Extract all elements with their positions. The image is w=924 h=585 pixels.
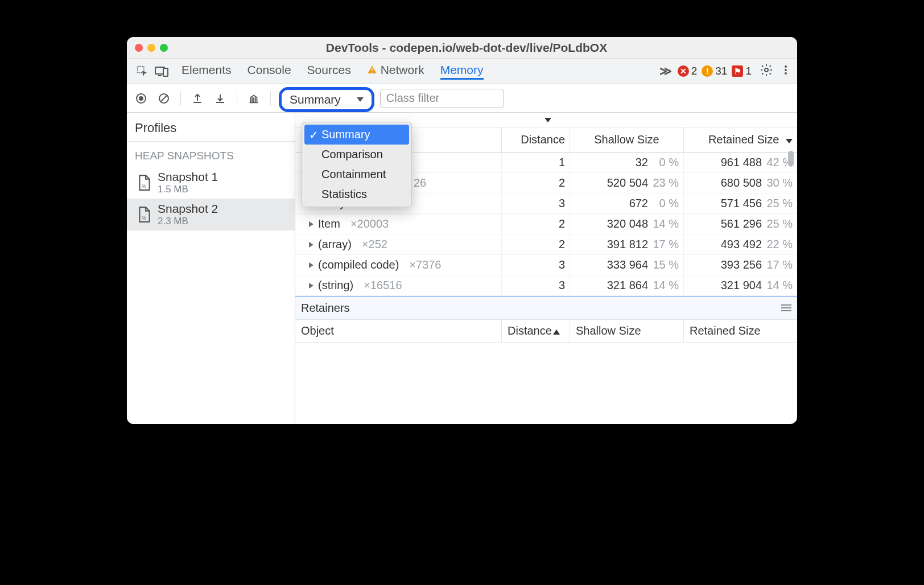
class-filter-input[interactable] (380, 89, 504, 108)
issue-count: 1 (745, 65, 752, 77)
gc-button[interactable] (245, 90, 262, 107)
divider (180, 91, 181, 106)
svg-point-8 (785, 72, 787, 75)
issue-badges[interactable]: ✕2 !31 ⚑1 (678, 65, 752, 77)
svg-rect-3 (372, 68, 373, 71)
retained-value: 571 456 (688, 197, 762, 210)
shallow-value: 672 (575, 197, 648, 210)
tab-label: Sources (307, 63, 351, 77)
ret-col-object[interactable]: Object (295, 320, 501, 342)
multiplicity: ×20003 (350, 217, 389, 230)
retained-pct: 17 % (766, 258, 793, 271)
retainers-header: Retainers (295, 296, 797, 319)
grid-row[interactable]: (string)×16516 3 321 86414 % 321 90414 % (295, 275, 797, 296)
dropdown-item-statistics[interactable]: Statistics (304, 184, 409, 204)
shallow-pct: 14 % (653, 279, 679, 292)
close-window-button[interactable] (135, 44, 143, 52)
distance-cell: 1 (501, 153, 570, 172)
expand-icon[interactable] (309, 221, 314, 227)
svg-line-12 (160, 95, 167, 102)
ret-col-distance[interactable]: Distance (501, 320, 570, 342)
retainers-columns: Object Distance Shallow Size Retained Si… (295, 319, 797, 343)
retained-value: 393 256 (688, 258, 762, 271)
grid-row[interactable]: (array)×252 2 391 81217 % 493 49222 % (295, 234, 797, 255)
ret-col-shallow[interactable]: Shallow Size (570, 320, 683, 342)
retained-pct: 22 % (766, 238, 793, 251)
expand-icon[interactable] (309, 283, 314, 289)
import-button[interactable] (212, 90, 229, 107)
shallow-pct: 0 % (653, 156, 679, 169)
error-count: 2 (691, 65, 698, 77)
snapshot-item[interactable]: % Snapshot 11.5 MB (127, 167, 295, 199)
heap-snapshots-header: HEAP SNAPSHOTS (127, 142, 295, 167)
grid-row[interactable]: (compiled code)×7376 3 333 96415 % 393 2… (295, 255, 797, 275)
distance-cell: 3 (501, 255, 570, 275)
kebab-menu-icon[interactable] (780, 64, 791, 79)
multiplicity: ×7376 (409, 258, 441, 271)
divider (270, 91, 271, 106)
distance-cell: 3 (501, 193, 570, 213)
device-toolbar-icon[interactable] (152, 61, 171, 81)
tab-elements[interactable]: Elements (182, 63, 232, 79)
settings-icon[interactable] (760, 63, 773, 80)
constructor-name: (compiled code) (318, 258, 399, 271)
snapshot-icon: % (137, 206, 152, 223)
dropdown-item-comparison[interactable]: Comparison (304, 145, 409, 164)
col-distance[interactable]: Distance (501, 127, 570, 152)
retainers-menu-icon[interactable] (781, 302, 791, 315)
retained-pct: 30 % (766, 176, 793, 189)
profiles-sidebar: Profiles HEAP SNAPSHOTS % Snapshot 11.5 … (127, 113, 295, 424)
clear-button[interactable] (155, 90, 172, 107)
constructor-name: (array) (318, 238, 352, 251)
view-mode-select[interactable]: Summary (279, 87, 374, 112)
dropdown-item-summary[interactable]: Summary (304, 125, 409, 145)
devtools-window: DevTools - codepen.io/web-dot-dev/live/P… (127, 37, 797, 424)
svg-text:%: % (142, 183, 147, 189)
tab-sources[interactable]: Sources (307, 63, 351, 79)
shallow-value: 520 504 (575, 176, 648, 189)
svg-point-10 (139, 96, 143, 101)
inspect-element-icon[interactable] (133, 61, 152, 81)
distance-cell: 2 (501, 214, 570, 234)
distance-cell: 2 (501, 234, 570, 254)
svg-point-7 (785, 69, 787, 71)
shallow-value: 391 812 (575, 238, 648, 251)
dropdown-item-containment[interactable]: Containment (304, 164, 409, 184)
shallow-value: 321 864 (575, 279, 648, 292)
expand-icon[interactable] (309, 242, 314, 248)
tab-label: Console (248, 63, 291, 77)
warning-icon: ! (702, 65, 713, 77)
record-button[interactable] (133, 90, 150, 107)
shallow-pct: 0 % (653, 197, 679, 210)
multiplicity: ×16516 (364, 279, 402, 292)
constructor-name: (string) (318, 279, 353, 292)
more-tabs-button[interactable]: ≫ (659, 64, 672, 78)
retained-pct: 25 % (766, 197, 793, 210)
export-button[interactable] (189, 90, 206, 107)
ret-col-retained[interactable]: Retained Size (683, 320, 797, 342)
retained-value: 493 492 (688, 238, 762, 251)
tab-network[interactable]: Network (367, 63, 424, 79)
scrollbar-thumb[interactable] (788, 151, 794, 167)
snapshot-name: Snapshot 2 (158, 202, 218, 216)
col-shallow-size[interactable]: Shallow Size (570, 127, 683, 152)
expand-icon[interactable] (309, 262, 314, 268)
svg-text:%: % (142, 215, 147, 221)
shallow-pct: 15 % (653, 258, 679, 271)
svg-point-5 (765, 68, 768, 72)
shallow-value: 320 048 (575, 217, 648, 230)
col-retained-size[interactable]: Retained Size (683, 127, 797, 152)
tab-label: Memory (440, 63, 484, 77)
collapse-handle-icon[interactable] (544, 118, 551, 122)
titlebar: DevTools - codepen.io/web-dot-dev/live/P… (127, 37, 797, 59)
svg-rect-2 (163, 68, 168, 76)
tab-console[interactable]: Console (248, 63, 291, 79)
tab-memory[interactable]: Memory (440, 63, 484, 80)
distance-cell: 2 (501, 173, 570, 193)
tab-label: Elements (182, 63, 232, 77)
shallow-pct: 14 % (653, 217, 679, 230)
shallow-value: 333 964 (575, 258, 648, 271)
retained-pct: 25 % (766, 217, 793, 230)
snapshot-item[interactable]: % Snapshot 22.3 MB (127, 199, 295, 230)
grid-row[interactable]: Item×20003 2 320 04814 % 561 29625 % (295, 214, 797, 234)
